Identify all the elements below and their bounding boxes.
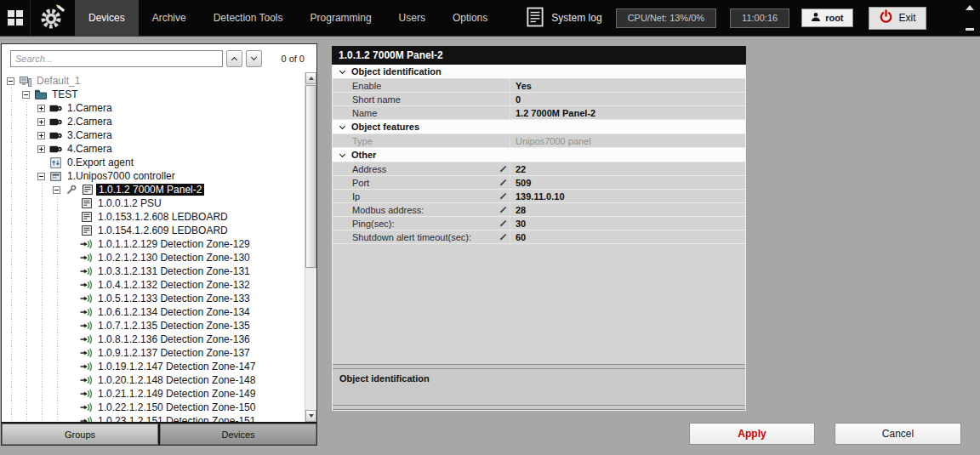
edit-pencil-icon[interactable] [499,179,507,186]
tree-guide-line [22,401,37,414]
tree-item[interactable]: 1.0.6.1.2.134 Detection Zone-134 [7,305,304,319]
tree-item-label: 1.0.19.1.2.147 Detection Zone-147 [95,361,258,373]
tree-item[interactable]: 1.Unipos7000 controller [7,169,304,183]
minimize-button[interactable] [966,28,974,31]
scrollbar-up-button[interactable] [305,72,316,84]
tree-item[interactable]: 1.0.22.1.2.150 Detection Zone-150 [7,401,304,414]
tree-item[interactable]: TEST [7,88,304,101]
tree-item-label: 1.0.9.1.2.137 Detection Zone-137 [95,347,253,359]
tab-devices[interactable]: Devices [160,424,316,445]
edit-pencil-icon[interactable] [499,165,507,173]
tree-item[interactable]: 1.0.21.1.2.149 Detection Zone-149 [7,387,304,401]
tree-item[interactable]: 0.Export agent [7,156,304,169]
tab-groups[interactable]: Groups [2,424,158,445]
tree-item[interactable]: 1.0.1.1.2.129 Detection Zone-129 [7,237,304,251]
tree-item[interactable]: 1.0.20.1.2.148 Detection Zone-148 [7,373,304,387]
tree-item[interactable]: 4.Camera [7,142,304,156]
property-value[interactable]: Yes [510,79,745,92]
property-row[interactable]: Modbus address:28 [333,203,745,217]
edit-pencil-icon[interactable] [499,192,507,200]
property-row[interactable]: Ping(sec):30 [333,217,745,230]
tree-item-label: 1.0.1.2 7000M Panel-2 [96,184,204,196]
settings-gear-button[interactable] [31,0,75,36]
tree-item[interactable]: 1.0.19.1.2.147 Detection Zone-147 [7,360,304,373]
menu-tab-devices[interactable]: Devices [75,0,139,36]
property-value[interactable]: 28 [510,203,745,216]
search-prev-button[interactable] [226,50,242,67]
property-value[interactable]: 509 [510,176,745,189]
section-header[interactable]: Object identification [333,65,745,79]
tree-item[interactable]: 1.Camera [7,101,304,115]
tree-item[interactable]: 3.Camera [7,128,304,142]
user-button[interactable]: root [801,9,852,27]
property-row[interactable]: Port509 [333,176,745,190]
exit-label: Exit [899,12,916,24]
section-header[interactable]: Other [333,148,745,162]
property-value[interactable]: 30 [510,217,745,230]
tree-item[interactable]: 1.0.0.1.2 PSU [7,196,304,210]
chevron-down-icon[interactable] [339,151,345,156]
search-input[interactable] [10,50,223,67]
menu-tab-programming[interactable]: Programming [297,0,385,36]
property-row[interactable]: Shutdown alert timeout(sec):60 [333,230,745,244]
tree-item[interactable]: 1.0.5.1.2.133 Detection Zone-133 [7,292,304,305]
edit-pencil-icon[interactable] [499,233,507,241]
tree-item[interactable]: 1.0.3.1.2.131 Detection Zone-131 [7,264,304,278]
scrollbar-down-button[interactable] [305,410,316,422]
menu-tab-detection-tools[interactable]: Detection Tools [200,0,297,36]
chevron-down-icon[interactable] [339,122,345,128]
property-value[interactable]: 139.11.0.10 [510,190,745,202]
property-row[interactable]: Short name0 [333,93,745,106]
tree-guide-line [7,292,22,305]
property-value[interactable]: 0 [510,93,745,105]
expand-plus-icon[interactable] [37,145,45,153]
tree-guide-line [53,237,68,251]
expand-plus-icon[interactable] [37,118,45,126]
property-row[interactable]: EnableYes [333,79,745,93]
property-row[interactable]: TypeUnipos7000 panel [333,134,745,148]
cancel-button[interactable]: Cancel [835,423,961,445]
property-row[interactable]: Ip139.11.0.10 [333,190,745,203]
zone-icon [79,238,94,250]
tree-item[interactable]: 1.0.153.1.2.608 LEDBOARD [7,210,304,224]
app-launcher-button[interactable] [0,0,31,36]
tree-item[interactable]: 1.0.7.1.2.135 Detection Zone-135 [7,319,304,333]
property-row[interactable]: Address22 [333,162,745,176]
collapse-up-button[interactable] [966,5,974,10]
collapse-minus-icon[interactable] [22,91,30,99]
property-value[interactable]: Unipos7000 panel [510,134,745,147]
search-next-button[interactable] [246,50,262,67]
expand-plus-icon[interactable] [37,105,45,112]
menu-tab-archive[interactable]: Archive [139,0,200,36]
tree-item[interactable]: 1.0.1.2 7000M Panel-2 [7,183,304,196]
tree-item[interactable]: 1.0.9.1.2.137 Detection Zone-137 [7,346,304,360]
collapse-minus-icon[interactable] [7,77,14,85]
tree-item[interactable]: Default_1 [7,74,304,88]
property-label: Enable [333,79,510,92]
property-value[interactable]: 60 [510,230,745,243]
edit-pencil-icon[interactable] [499,206,507,213]
property-row[interactable]: Name1.2 7000M Panel-2 [333,106,745,120]
collapse-minus-icon[interactable] [53,186,60,194]
edit-pencil-icon[interactable] [499,219,507,227]
tree-item[interactable]: 1.0.2.1.2.130 Detection Zone-130 [7,251,304,264]
property-value[interactable]: 22 [510,162,745,175]
tree-item[interactable]: 1.0.154.1.2.609 LEDBOARD [7,224,304,237]
tree-item[interactable]: 2.Camera [7,115,304,128]
tree-item[interactable]: 1.0.4.1.2.132 Detection Zone-132 [7,278,304,292]
section-header[interactable]: Object features [333,120,745,134]
menu-tab-options[interactable]: Options [439,0,501,36]
apply-button[interactable]: Apply [689,423,815,445]
tree-scrollbar[interactable] [305,72,316,422]
expand-plus-icon[interactable] [37,132,45,139]
system-log-button[interactable]: System log [527,0,601,36]
tree-item[interactable]: 1.0.23.1.2.151 Detection Zone-151 [7,414,304,422]
menu-tab-users[interactable]: Users [385,0,439,36]
collapse-minus-icon[interactable] [37,173,45,180]
tree-item[interactable]: 1.0.8.1.2.136 Detection Zone-136 [7,333,304,346]
chevron-down-icon[interactable] [339,67,345,73]
zone-icon [79,320,94,332]
property-value[interactable]: 1.2 7000M Panel-2 [510,106,745,119]
exit-button[interactable]: Exit [869,7,926,30]
scrollbar-thumb[interactable] [305,85,316,268]
